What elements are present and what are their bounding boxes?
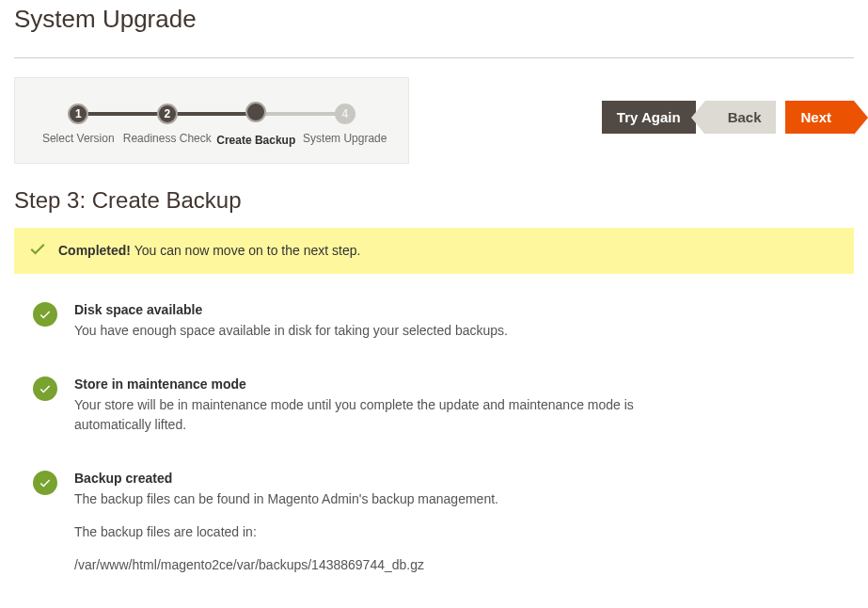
banner-message: Completed! You can now move on to the ne… bbox=[58, 243, 360, 258]
step-number bbox=[245, 102, 266, 122]
try-again-button[interactable]: Try Again bbox=[602, 101, 696, 134]
step-3: Create Backup bbox=[212, 102, 301, 149]
check-icon bbox=[28, 239, 47, 263]
item-title: Backup created bbox=[74, 471, 498, 486]
page-title: System Upgrade bbox=[0, 0, 868, 39]
item-title: Disk space available bbox=[74, 302, 508, 317]
step-number: 2 bbox=[157, 104, 178, 124]
checklist: Disk space available You have enough spa… bbox=[0, 274, 868, 608]
banner-bold: Completed! bbox=[58, 243, 131, 258]
divider bbox=[14, 57, 854, 58]
check-item-disk: Disk space available You have enough spa… bbox=[14, 302, 854, 341]
step-number: 4 bbox=[335, 104, 355, 124]
step-heading: Step 3: Create Backup bbox=[0, 164, 868, 228]
check-item-maintenance: Store in maintenance mode Your store wil… bbox=[14, 376, 854, 435]
check-circle-icon bbox=[33, 471, 57, 495]
banner-rest: You can now move on to the next step. bbox=[131, 243, 360, 258]
backup-path: /var/www/html/magento2ce/var/backups/143… bbox=[74, 555, 498, 575]
top-row: 1 Select Version 2 Readiness Check Creat… bbox=[0, 77, 868, 164]
step-2: 2 Readiness Check bbox=[123, 104, 213, 147]
item-desc: The backup files can be found in Magento… bbox=[74, 489, 498, 575]
success-banner: Completed! You can now move on to the ne… bbox=[14, 228, 854, 274]
step-1: 1 Select Version bbox=[34, 104, 123, 147]
item-title: Store in maintenance mode bbox=[74, 376, 676, 392]
back-button[interactable]: Back bbox=[705, 101, 777, 134]
item-desc-line: The backup files are located in: bbox=[74, 522, 498, 542]
step-4: 4 System Upgrade bbox=[301, 104, 390, 147]
step-label: Create Backup bbox=[212, 134, 301, 149]
item-desc: You have enough space available in disk … bbox=[74, 321, 508, 341]
step-label: Select Version bbox=[34, 132, 123, 147]
check-circle-icon bbox=[33, 376, 57, 401]
action-buttons: Try Again Back Next bbox=[602, 101, 854, 134]
step-label: Readiness Check bbox=[123, 132, 213, 147]
check-circle-icon bbox=[33, 302, 57, 327]
item-desc-line: The backup files can be found in Magento… bbox=[74, 489, 498, 509]
step-number: 1 bbox=[68, 104, 88, 124]
stepper: 1 Select Version 2 Readiness Check Creat… bbox=[14, 77, 409, 164]
step-label: System Upgrade bbox=[301, 132, 390, 147]
next-button[interactable]: Next bbox=[785, 101, 854, 134]
check-item-backup: Backup created The backup files can be f… bbox=[14, 471, 854, 588]
item-desc: Your store will be in maintenance mode u… bbox=[74, 395, 676, 435]
